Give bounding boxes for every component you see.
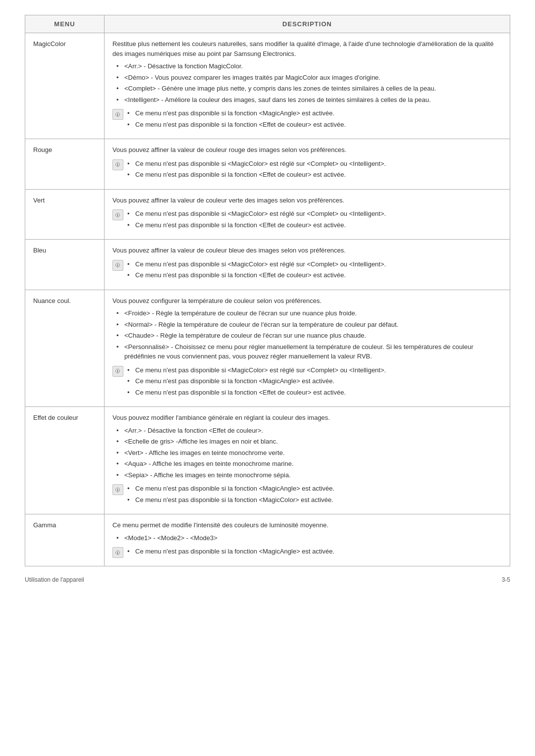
note-list-item: Ce menu n'est pas disponible si la fonct…: [127, 170, 502, 180]
note-icon: 🛈: [112, 484, 123, 495]
list-item: <Sepia> - Affiche les images en teinte m…: [116, 470, 502, 480]
note-list: Ce menu n'est pas disponible si la fonct…: [127, 484, 502, 504]
table-row: Effet de couleurVous pouvez modifier l'a…: [25, 407, 510, 514]
list-item: <Intelligent> - Améliore la couleur des …: [116, 95, 502, 105]
menu-cell: Rouge: [25, 139, 105, 190]
note-list-item: Ce menu n'est pas disponible si la fonct…: [127, 547, 502, 556]
col-header-desc: DESCRIPTION: [105, 15, 510, 33]
note-icon: 🛈: [112, 547, 123, 558]
note-block: 🛈Ce menu n'est pas disponible si <MagicC…: [112, 159, 502, 181]
note-list-item: Ce menu n'est pas disponible si <MagicCo…: [127, 259, 502, 269]
note-block: 🛈Ce menu n'est pas disponible si <MagicC…: [112, 209, 502, 231]
bullet-list: <Mode1> - <Mode2> - <Mode3>: [116, 533, 502, 543]
desc-main-text: Restitue plus nettement les couleurs nat…: [112, 39, 502, 58]
note-list-item: Ce menu n'est pas disponible si <MagicCo…: [127, 209, 502, 219]
note-items: Ce menu n'est pas disponible si <MagicCo…: [127, 209, 502, 231]
desc-cell: Vous pouvez modifier l'ambiance générale…: [105, 407, 510, 514]
footer-left: Utilisation de l'appareil: [25, 576, 84, 583]
note-list-item: Ce menu n'est pas disponible si la fonct…: [127, 484, 502, 494]
note-items: Ce menu n'est pas disponible si <MagicCo…: [127, 365, 502, 399]
bullet-list: <Froide> - Règle la température de coule…: [116, 308, 502, 361]
menu-cell: Effet de couleur: [25, 407, 105, 514]
table-row: BleuVous pouvez affiner la valeur de cou…: [25, 240, 510, 290]
note-list-item: Ce menu n'est pas disponible si <MagicCo…: [127, 159, 502, 169]
note-row: 🛈Ce menu n'est pas disponible si <MagicC…: [112, 209, 502, 231]
note-block: 🛈Ce menu n'est pas disponible si la fonc…: [112, 547, 502, 558]
list-item: <Personnalisé> - Choisissez ce menu pour…: [116, 342, 502, 361]
desc-cell: Vous pouvez affiner la valeur de couleur…: [105, 240, 510, 290]
note-list-item: Ce menu n'est pas disponible si la fonct…: [127, 270, 502, 280]
list-item: <Mode1> - <Mode2> - <Mode3>: [116, 533, 502, 543]
note-list: Ce menu n'est pas disponible si <MagicCo…: [127, 365, 502, 398]
desc-main-text: Ce menu permet de modifie l'intensité de…: [112, 520, 502, 530]
note-row: 🛈Ce menu n'est pas disponible si <MagicC…: [112, 259, 502, 282]
desc-main-text: Vous pouvez configurer la température de…: [112, 296, 502, 306]
page-wrapper: MENU DESCRIPTION MagicColorRestitue plus…: [25, 15, 510, 583]
note-list: Ce menu n'est pas disponible si <MagicCo…: [127, 259, 502, 280]
desc-cell: Ce menu permet de modifie l'intensité de…: [105, 514, 510, 566]
note-list-item: Ce menu n'est pas disponible si la fonct…: [127, 376, 502, 386]
note-list-item: Ce menu n'est pas disponible si la fonct…: [127, 220, 502, 230]
note-icon: 🛈: [112, 260, 123, 271]
note-items: Ce menu n'est pas disponible si la fonct…: [127, 484, 502, 506]
note-icon: 🛈: [112, 209, 123, 220]
desc-cell: Vous pouvez configurer la température de…: [105, 290, 510, 407]
note-row: 🛈Ce menu n'est pas disponible si la fonc…: [112, 547, 502, 558]
note-row: 🛈Ce menu n'est pas disponible si <MagicC…: [112, 159, 502, 181]
note-block: 🛈Ce menu n'est pas disponible si la fonc…: [112, 108, 502, 131]
list-item: <Démo> - Vous pouvez comparer les images…: [116, 73, 502, 83]
note-icon: 🛈: [112, 109, 123, 120]
note-list: Ce menu n'est pas disponible si <MagicCo…: [127, 209, 502, 230]
desc-main-text: Vous pouvez affiner la valeur de couleur…: [112, 196, 502, 205]
col-header-menu: MENU: [25, 15, 105, 33]
note-items: Ce menu n'est pas disponible si <MagicCo…: [127, 259, 502, 282]
desc-main-text: Vous pouvez affiner la valeur de couleur…: [112, 246, 502, 255]
table-row: RougeVous pouvez affiner la valeur de co…: [25, 139, 510, 190]
page-footer: Utilisation de l'appareil 3-5: [25, 576, 510, 583]
note-items: Ce menu n'est pas disponible si la fonct…: [127, 108, 502, 131]
note-list-item: Ce menu n'est pas disponible si la fonct…: [127, 495, 502, 505]
desc-cell: Restitue plus nettement les couleurs nat…: [105, 33, 510, 139]
menu-cell: Vert: [25, 189, 105, 240]
bullet-list: <Arr.> - Désactive la fonction <Effet de…: [116, 426, 502, 480]
note-list-item: Ce menu n'est pas disponible si la fonct…: [127, 388, 502, 398]
note-list: Ce menu n'est pas disponible si la fonct…: [127, 108, 502, 129]
menu-cell: MagicColor: [25, 33, 105, 139]
table-row: VertVous pouvez affiner la valeur de cou…: [25, 189, 510, 240]
note-list-item: Ce menu n'est pas disponible si <MagicCo…: [127, 365, 502, 375]
footer-right: 3-5: [502, 576, 510, 583]
note-block: 🛈Ce menu n'est pas disponible si la fonc…: [112, 484, 502, 506]
note-items: Ce menu n'est pas disponible si la fonct…: [127, 547, 502, 558]
desc-cell: Vous pouvez affiner la valeur de couleur…: [105, 189, 510, 240]
list-item: <Froide> - Règle la température de coule…: [116, 308, 502, 318]
list-item: <Arr.> - Désactive la fonction MagicColo…: [116, 61, 502, 71]
list-item: <Chaude> - Règle la température de coule…: [116, 331, 502, 341]
table-row: MagicColorRestitue plus nettement les co…: [25, 33, 510, 139]
note-list: Ce menu n'est pas disponible si la fonct…: [127, 547, 502, 556]
desc-main-text: Vous pouvez affiner la valeur de couleur…: [112, 145, 502, 155]
list-item: <Normal> - Règle la température de coule…: [116, 320, 502, 330]
note-items: Ce menu n'est pas disponible si <MagicCo…: [127, 159, 502, 181]
menu-cell: Gamma: [25, 514, 105, 566]
note-row: 🛈Ce menu n'est pas disponible si <MagicC…: [112, 365, 502, 399]
main-table: MENU DESCRIPTION MagicColorRestitue plus…: [25, 15, 510, 566]
note-row: 🛈Ce menu n'est pas disponible si la fonc…: [112, 108, 502, 131]
menu-cell: Nuance coul.: [25, 290, 105, 407]
note-row: 🛈Ce menu n'est pas disponible si la fonc…: [112, 484, 502, 506]
table-row: Nuance coul.Vous pouvez configurer la te…: [25, 290, 510, 407]
bullet-list: <Arr.> - Désactive la fonction MagicColo…: [116, 61, 502, 104]
desc-main-text: Vous pouvez modifier l'ambiance générale…: [112, 413, 502, 423]
note-icon: 🛈: [112, 366, 123, 377]
note-list-item: Ce menu n'est pas disponible si la fonct…: [127, 108, 502, 118]
list-item: <Echelle de gris> -Affiche les images en…: [116, 437, 502, 447]
note-list-item: Ce menu n'est pas disponible si la fonct…: [127, 120, 502, 130]
desc-cell: Vous pouvez affiner la valeur de couleur…: [105, 139, 510, 190]
list-item: <Vert> - Affiche les images en teinte mo…: [116, 448, 502, 458]
note-block: 🛈Ce menu n'est pas disponible si <MagicC…: [112, 365, 502, 399]
menu-cell: Bleu: [25, 240, 105, 290]
note-list: Ce menu n'est pas disponible si <MagicCo…: [127, 159, 502, 180]
list-item: <Arr.> - Désactive la fonction <Effet de…: [116, 426, 502, 436]
note-block: 🛈Ce menu n'est pas disponible si <MagicC…: [112, 259, 502, 282]
note-icon: 🛈: [112, 159, 123, 170]
list-item: <Complet> - Génère une image plus nette,…: [116, 84, 502, 94]
